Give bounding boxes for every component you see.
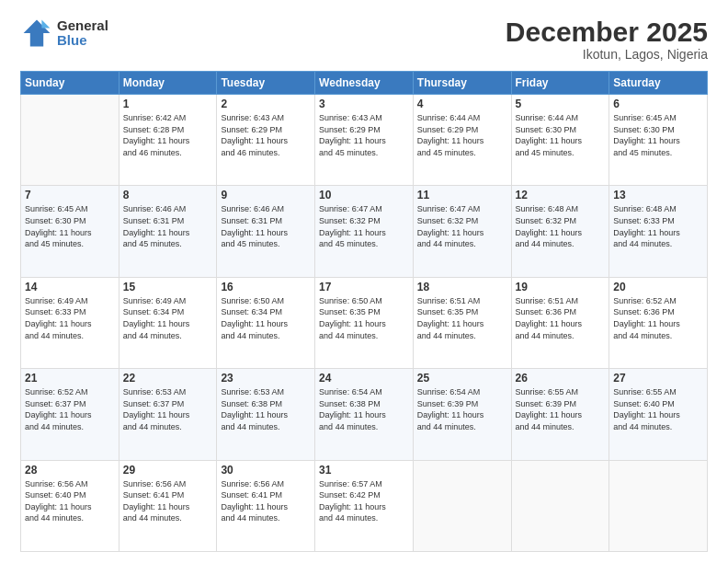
day-info: Sunrise: 6:45 AM Sunset: 6:30 PM Dayligh…: [25, 203, 115, 249]
calendar-cell: 4Sunrise: 6:44 AM Sunset: 6:29 PM Daylig…: [413, 95, 511, 186]
day-number: 25: [417, 372, 507, 385]
logo: General Blue: [20, 17, 108, 50]
weekday-header-monday: Monday: [119, 72, 217, 95]
day-info: Sunrise: 6:51 AM Sunset: 6:36 PM Dayligh…: [516, 295, 606, 341]
day-number: 13: [613, 189, 703, 201]
calendar-cell: 30Sunrise: 6:56 AM Sunset: 6:41 PM Dayli…: [217, 460, 315, 551]
calendar-subtitle: Ikotun, Lagos, Nigeria: [506, 47, 708, 62]
calendar-title: December 2025: [506, 17, 708, 47]
day-info: Sunrise: 6:49 AM Sunset: 6:33 PM Dayligh…: [25, 295, 115, 341]
calendar-cell: 6Sunrise: 6:45 AM Sunset: 6:30 PM Daylig…: [609, 95, 708, 186]
calendar-week-row: 21Sunrise: 6:52 AM Sunset: 6:37 PM Dayli…: [21, 369, 708, 460]
day-number: 11: [417, 189, 507, 201]
calendar-header: SundayMondayTuesdayWednesdayThursdayFrid…: [21, 72, 708, 95]
calendar-cell: 3Sunrise: 6:43 AM Sunset: 6:29 PM Daylig…: [315, 95, 414, 186]
calendar-cell: 1Sunrise: 6:42 AM Sunset: 6:28 PM Daylig…: [119, 95, 217, 186]
calendar-cell: 20Sunrise: 6:52 AM Sunset: 6:36 PM Dayli…: [609, 277, 708, 368]
calendar-table: SundayMondayTuesdayWednesdayThursdayFrid…: [20, 71, 708, 552]
svg-marker-1: [41, 20, 50, 29]
calendar-cell: 11Sunrise: 6:47 AM Sunset: 6:32 PM Dayli…: [413, 186, 511, 277]
day-info: Sunrise: 6:48 AM Sunset: 6:32 PM Dayligh…: [516, 203, 606, 249]
day-number: 6: [613, 98, 703, 110]
calendar-cell: [21, 95, 119, 186]
calendar-cell: 12Sunrise: 6:48 AM Sunset: 6:32 PM Dayli…: [511, 186, 609, 277]
day-info: Sunrise: 6:55 AM Sunset: 6:40 PM Dayligh…: [613, 386, 703, 432]
day-info: Sunrise: 6:46 AM Sunset: 6:31 PM Dayligh…: [123, 203, 213, 249]
calendar-cell: 21Sunrise: 6:52 AM Sunset: 6:37 PM Dayli…: [21, 369, 119, 460]
day-info: Sunrise: 6:52 AM Sunset: 6:37 PM Dayligh…: [25, 386, 115, 432]
day-number: 10: [319, 189, 409, 201]
day-number: 9: [221, 189, 311, 201]
calendar-cell: 16Sunrise: 6:50 AM Sunset: 6:34 PM Dayli…: [217, 277, 315, 368]
day-info: Sunrise: 6:43 AM Sunset: 6:29 PM Dayligh…: [221, 112, 311, 158]
day-info: Sunrise: 6:54 AM Sunset: 6:38 PM Dayligh…: [319, 386, 409, 432]
calendar-cell: 25Sunrise: 6:54 AM Sunset: 6:39 PM Dayli…: [413, 369, 511, 460]
day-number: 3: [319, 98, 409, 110]
day-number: 14: [25, 281, 115, 293]
weekday-header-friday: Friday: [511, 72, 609, 95]
weekday-header-tuesday: Tuesday: [217, 72, 315, 95]
day-number: 21: [25, 372, 115, 385]
calendar-cell: 15Sunrise: 6:49 AM Sunset: 6:34 PM Dayli…: [119, 277, 217, 368]
calendar-week-row: 7Sunrise: 6:45 AM Sunset: 6:30 PM Daylig…: [21, 186, 708, 277]
day-number: 30: [221, 464, 311, 477]
day-number: 8: [123, 189, 213, 201]
day-number: 29: [123, 464, 213, 477]
day-number: 2: [221, 98, 311, 110]
day-number: 16: [221, 281, 311, 293]
calendar-cell: 8Sunrise: 6:46 AM Sunset: 6:31 PM Daylig…: [119, 186, 217, 277]
calendar-cell: 14Sunrise: 6:49 AM Sunset: 6:33 PM Dayli…: [21, 277, 119, 368]
day-info: Sunrise: 6:53 AM Sunset: 6:38 PM Dayligh…: [221, 386, 311, 432]
day-info: Sunrise: 6:57 AM Sunset: 6:42 PM Dayligh…: [319, 478, 409, 524]
day-number: 5: [516, 98, 606, 110]
day-info: Sunrise: 6:44 AM Sunset: 6:30 PM Dayligh…: [516, 112, 606, 158]
day-info: Sunrise: 6:42 AM Sunset: 6:28 PM Dayligh…: [123, 112, 213, 158]
calendar-cell: 7Sunrise: 6:45 AM Sunset: 6:30 PM Daylig…: [21, 186, 119, 277]
day-number: 27: [613, 372, 703, 385]
day-number: 12: [516, 189, 606, 201]
day-number: 28: [25, 464, 115, 477]
weekday-header-row: SundayMondayTuesdayWednesdayThursdayFrid…: [21, 72, 708, 95]
calendar-cell: 19Sunrise: 6:51 AM Sunset: 6:36 PM Dayli…: [511, 277, 609, 368]
calendar-cell: 29Sunrise: 6:56 AM Sunset: 6:41 PM Dayli…: [119, 460, 217, 551]
calendar-cell: 2Sunrise: 6:43 AM Sunset: 6:29 PM Daylig…: [217, 95, 315, 186]
day-info: Sunrise: 6:50 AM Sunset: 6:35 PM Dayligh…: [319, 295, 409, 341]
logo-line2: Blue: [57, 33, 108, 49]
day-info: Sunrise: 6:54 AM Sunset: 6:39 PM Dayligh…: [417, 386, 507, 432]
weekday-header-wednesday: Wednesday: [315, 72, 414, 95]
calendar-body: 1Sunrise: 6:42 AM Sunset: 6:28 PM Daylig…: [21, 95, 708, 552]
page: General Blue December 2025 Ikotun, Lagos…: [0, 0, 728, 563]
day-info: Sunrise: 6:47 AM Sunset: 6:32 PM Dayligh…: [319, 203, 409, 249]
day-number: 26: [516, 372, 606, 385]
title-block: December 2025 Ikotun, Lagos, Nigeria: [506, 17, 708, 62]
day-info: Sunrise: 6:44 AM Sunset: 6:29 PM Dayligh…: [417, 112, 507, 158]
day-number: 18: [417, 281, 507, 293]
calendar-cell: 13Sunrise: 6:48 AM Sunset: 6:33 PM Dayli…: [609, 186, 708, 277]
day-info: Sunrise: 6:43 AM Sunset: 6:29 PM Dayligh…: [319, 112, 409, 158]
calendar-week-row: 14Sunrise: 6:49 AM Sunset: 6:33 PM Dayli…: [21, 277, 708, 368]
calendar-week-row: 28Sunrise: 6:56 AM Sunset: 6:40 PM Dayli…: [21, 460, 708, 551]
day-number: 23: [221, 372, 311, 385]
logo-line1: General: [57, 18, 108, 34]
calendar-cell: 24Sunrise: 6:54 AM Sunset: 6:38 PM Dayli…: [315, 369, 414, 460]
calendar-cell: 23Sunrise: 6:53 AM Sunset: 6:38 PM Dayli…: [217, 369, 315, 460]
day-info: Sunrise: 6:46 AM Sunset: 6:31 PM Dayligh…: [221, 203, 311, 249]
day-number: 17: [319, 281, 409, 293]
day-number: 15: [123, 281, 213, 293]
day-info: Sunrise: 6:56 AM Sunset: 6:41 PM Dayligh…: [221, 478, 311, 524]
day-info: Sunrise: 6:52 AM Sunset: 6:36 PM Dayligh…: [613, 295, 703, 341]
logo-icon: [20, 17, 53, 50]
weekday-header-sunday: Sunday: [21, 72, 119, 95]
calendar-cell: 18Sunrise: 6:51 AM Sunset: 6:35 PM Dayli…: [413, 277, 511, 368]
day-number: 7: [25, 189, 115, 201]
day-info: Sunrise: 6:56 AM Sunset: 6:41 PM Dayligh…: [123, 478, 213, 524]
calendar-cell: 22Sunrise: 6:53 AM Sunset: 6:37 PM Dayli…: [119, 369, 217, 460]
calendar-cell: [413, 460, 511, 551]
day-number: 22: [123, 372, 213, 385]
calendar-week-row: 1Sunrise: 6:42 AM Sunset: 6:28 PM Daylig…: [21, 95, 708, 186]
weekday-header-thursday: Thursday: [413, 72, 511, 95]
day-info: Sunrise: 6:45 AM Sunset: 6:30 PM Dayligh…: [613, 112, 703, 158]
calendar-cell: 9Sunrise: 6:46 AM Sunset: 6:31 PM Daylig…: [217, 186, 315, 277]
day-info: Sunrise: 6:47 AM Sunset: 6:32 PM Dayligh…: [417, 203, 507, 249]
calendar-cell: 10Sunrise: 6:47 AM Sunset: 6:32 PM Dayli…: [315, 186, 414, 277]
